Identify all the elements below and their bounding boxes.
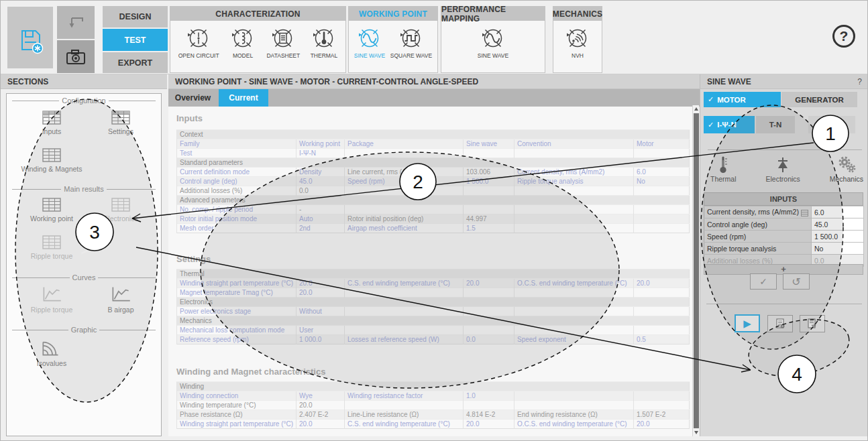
tool-label: THERMAL xyxy=(311,52,338,59)
table-cell: Wye xyxy=(296,391,345,401)
input-value[interactable]: 1 500.0 xyxy=(812,231,864,243)
table-cell: Rotor initial position (deg) xyxy=(345,214,464,224)
main-content: Inputs ContextFamilyWorking pointPackage… xyxy=(168,107,692,436)
table-row: Magnet temperature Tmag (°C)20.0 xyxy=(177,288,690,298)
sidebar-item-settings[interactable]: Settings xyxy=(84,110,158,135)
tab-overview[interactable]: Overview xyxy=(168,89,217,107)
right-panel-help[interactable]: ? xyxy=(857,77,862,86)
sine-wave-icon xyxy=(480,26,506,50)
undo-step-button[interactable] xyxy=(57,6,95,39)
section-cell: Winding xyxy=(177,382,690,391)
vertical-scrollbar[interactable] xyxy=(692,105,699,436)
tool-datasheet[interactable]: DATASHEET xyxy=(266,26,300,59)
toggle-label: Electronics xyxy=(765,175,800,183)
inputs-panel-table: Current density, rms (A/mm2)6.0Control a… xyxy=(704,206,864,267)
tool-square-wave[interactable]: SQUARE WAVE xyxy=(390,26,432,59)
sidebar-item-working-point[interactable]: Working point xyxy=(15,197,89,223)
scroll-up-arrow[interactable] xyxy=(694,107,698,111)
sidebar-item-label: Winding & Magnets xyxy=(21,165,82,173)
step-arrow-icon xyxy=(64,13,87,33)
table-cell: User xyxy=(296,326,345,335)
design-button[interactable]: DESIGN xyxy=(103,6,168,27)
sidebar-item-inputs[interactable]: Inputs xyxy=(15,110,89,135)
table-cell xyxy=(464,307,514,316)
export-button[interactable]: EXPORT xyxy=(103,52,168,73)
table-cell xyxy=(634,288,690,298)
table-section-row: Winding xyxy=(177,382,690,391)
sidebar-item-isovalues[interactable]: Isovalues xyxy=(15,336,89,367)
toggle-thermal[interactable]: Thermal xyxy=(710,155,737,183)
tool-label: SINE WAVE xyxy=(478,52,508,59)
table-section-row: Mechanics xyxy=(177,316,690,326)
export-results-button[interactable] xyxy=(800,315,825,332)
table-cell xyxy=(464,149,514,158)
tool-open-circuit[interactable]: OPEN CIRCUIT xyxy=(178,26,219,59)
input-value[interactable]: No xyxy=(812,243,864,255)
isovalues-icon xyxy=(40,336,64,358)
check-icon: ✓ xyxy=(708,95,714,104)
report-button[interactable] xyxy=(767,315,793,332)
table-cell xyxy=(514,401,634,410)
divider-configuration: Configuration xyxy=(12,97,156,105)
table-cell: 1.507 E-2 xyxy=(634,410,690,420)
table-section-row: Electronics xyxy=(177,298,690,307)
table-cell: Magnet temperature Tmag (°C) xyxy=(177,288,296,298)
table-row: No. comp. / ripple period- xyxy=(177,205,690,214)
input-value[interactable]: 45.0 xyxy=(812,218,864,231)
tab-generator[interactable]: GENERATOR xyxy=(781,92,857,107)
sidebar-item-b-airgap[interactable]: B airgap xyxy=(84,284,158,314)
tab-current[interactable]: Current xyxy=(219,89,268,107)
run-test-button[interactable]: ▶ xyxy=(735,314,760,332)
table-cell: Ripple torque analysis xyxy=(514,177,634,186)
right-panel-title: SINE WAVE xyxy=(707,77,751,86)
tool-label: DATASHEET xyxy=(266,52,300,59)
section-cell: Advanced parameters xyxy=(177,196,690,205)
tool-nvh[interactable]: NVH xyxy=(564,26,591,59)
table-cell xyxy=(634,391,690,401)
gears-icon xyxy=(836,155,857,175)
table-cell: Current density, rms (A/mm2) xyxy=(514,168,634,177)
table-cell xyxy=(464,326,514,335)
tool-model[interactable]: MODEL xyxy=(229,26,256,59)
table-cell: 20.0 xyxy=(634,420,690,429)
table-cell: 4.814 E-2 xyxy=(464,410,514,420)
tab-i-psi-n[interactable]: ✓ I-Ψ-N xyxy=(704,116,755,133)
table-cell: Sine wave xyxy=(464,139,514,149)
tab-motor[interactable]: ✓ MOTOR xyxy=(704,92,781,107)
screenshot-button[interactable] xyxy=(57,40,95,73)
tab-t-n[interactable]: T-N xyxy=(756,116,795,133)
input-value[interactable]: 6.0 xyxy=(812,206,864,218)
table-cell xyxy=(514,391,634,401)
table-cell: 20.0 xyxy=(464,420,514,429)
scroll-down-arrow[interactable] xyxy=(694,431,698,434)
help-button[interactable]: ? xyxy=(832,25,855,48)
section-cell: Thermal xyxy=(177,269,690,279)
table-cell: - xyxy=(296,205,345,214)
table-cell xyxy=(514,326,634,335)
section-cell: Context xyxy=(177,130,690,139)
sidebar-item-label: Settings xyxy=(108,127,133,135)
table-cell xyxy=(514,224,634,233)
sine-wave-icon xyxy=(356,26,383,50)
table-cell: Line-Line resistance (Ω) xyxy=(345,410,464,420)
scrollbar-thumb[interactable] xyxy=(694,113,699,428)
toggle-mechanics[interactable]: Mechanics xyxy=(830,155,863,183)
tool-thermal[interactable]: THERMAL xyxy=(311,26,338,59)
table-cell: Motor xyxy=(634,139,690,149)
table-cell: 103.006 xyxy=(464,168,514,177)
sidebar-item-winding-magnets[interactable]: Winding & Magnets xyxy=(15,147,89,173)
validate-button[interactable]: ✓ xyxy=(750,273,777,290)
reset-button[interactable]: ↺ xyxy=(783,273,810,290)
table-cell: Winding straight part temperature (°C) xyxy=(177,279,296,288)
model-icon xyxy=(229,26,256,50)
table-cell: Line current, rms (A) xyxy=(345,168,464,177)
table-cell xyxy=(634,307,690,316)
save-button[interactable] xyxy=(7,7,53,68)
test-button[interactable]: TEST xyxy=(103,29,168,51)
table-cell: 44.997 xyxy=(464,214,514,224)
tool-sine-wave[interactable]: SINE WAVE xyxy=(354,26,385,59)
tool-perf-sine-wave[interactable]: SINE WAVE xyxy=(478,26,508,59)
toggle-label: Mechanics xyxy=(830,175,863,183)
toggle-electronics[interactable]: Electronics xyxy=(765,155,800,183)
inputs-table: ContextFamilyWorking pointPackageSine wa… xyxy=(176,129,690,233)
